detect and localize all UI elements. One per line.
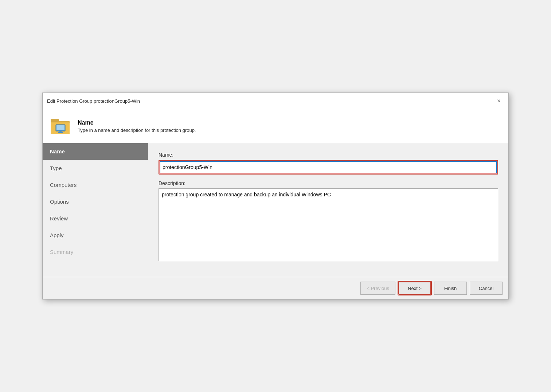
svg-rect-6 (58, 132, 63, 133)
folder-icon (50, 115, 72, 137)
name-label: Name: (159, 152, 498, 158)
sidebar-item-summary: Summary (43, 244, 148, 260)
sidebar-item-review[interactable]: Review (43, 210, 148, 227)
previous-button[interactable]: < Previous (360, 282, 395, 295)
content-area: Name Type Computers Options Review Apply… (43, 143, 508, 277)
next-button[interactable]: Next > (398, 282, 431, 295)
name-input[interactable] (160, 161, 497, 173)
header-text: Name Type in a name and description for … (78, 119, 196, 133)
finish-button[interactable]: Finish (434, 282, 467, 295)
header-title: Name (78, 119, 196, 126)
sidebar-item-name[interactable]: Name (43, 143, 148, 160)
edit-protection-group-dialog: Edit Protection Group protectionGroup5-W… (42, 93, 509, 299)
header-icon (50, 115, 72, 137)
footer: < Previous Next > Finish Cancel (43, 277, 508, 299)
name-input-wrapper (159, 160, 498, 175)
header-subtitle: Type in a name and description for this … (78, 128, 196, 133)
header-area: Name Type in a name and description for … (43, 109, 508, 143)
cancel-button[interactable]: Cancel (470, 282, 503, 295)
svg-rect-4 (56, 125, 65, 130)
sidebar: Name Type Computers Options Review Apply… (43, 143, 148, 277)
name-form-group: Name: (159, 152, 498, 175)
sidebar-item-computers[interactable]: Computers (43, 177, 148, 193)
main-panel: Name: Description: protection group crea… (148, 143, 508, 277)
title-bar: Edit Protection Group protectionGroup5-W… (43, 93, 508, 109)
sidebar-item-apply[interactable]: Apply (43, 227, 148, 244)
dialog-title: Edit Protection Group protectionGroup5-W… (47, 98, 140, 104)
sidebar-item-options[interactable]: Options (43, 193, 148, 210)
description-label: Description: (159, 180, 498, 186)
description-textarea[interactable]: protection group created to manage and b… (159, 188, 498, 261)
close-button[interactable]: × (494, 96, 504, 106)
svg-rect-1 (51, 119, 59, 122)
sidebar-item-type[interactable]: Type (43, 160, 148, 177)
description-form-group: Description: protection group created to… (159, 180, 498, 262)
